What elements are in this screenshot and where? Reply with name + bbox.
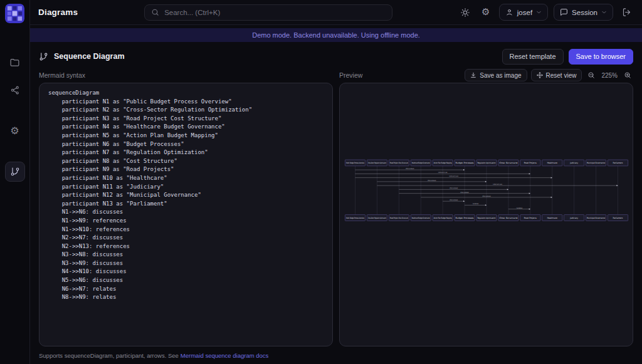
app-title: Diagrams — [38, 8, 78, 17]
page-content: Sequence Diagram Reset template Save to … — [30, 42, 642, 364]
gear-icon: ⚙ — [482, 8, 490, 17]
code-editor[interactable]: sequenceDiagram participant N1 as "Publi… — [39, 83, 333, 346]
svg-text:Healthcare Budget Governance: Healthcare Budget Governance — [411, 216, 429, 219]
user-menu-button[interactable]: josef — [499, 4, 548, 21]
user-icon — [505, 8, 513, 16]
search-input[interactable]: Search... (Ctrl+K) — [144, 4, 392, 21]
page-actions: Reset template Save to browser — [502, 49, 633, 65]
sidebar-item-share[interactable] — [5, 80, 25, 100]
page-title: Sequence Diagram — [39, 52, 125, 61]
main-area: Diagrams Search... (Ctrl+K) ⚙ — [30, 0, 642, 364]
svg-text:Cost Structure: Cost Structure — [499, 216, 517, 219]
demo-banner: Demo mode. Backend unavailable. Using of… — [30, 28, 642, 42]
sidebar-item-sequence-diagrams[interactable] — [5, 162, 25, 182]
page-title-text: Sequence Diagram — [54, 52, 125, 61]
session-menu-button[interactable]: Session — [554, 4, 613, 21]
app-logo[interactable] — [5, 4, 24, 23]
preview-pane-header: Preview Save as image — [339, 68, 633, 83]
zoom-in-button[interactable] — [622, 70, 633, 81]
svg-text:Action Plan Budget Mapping: Action Plan Budget Mapping — [433, 162, 451, 164]
zoom-level: 225% — [601, 72, 618, 79]
save-to-browser-button[interactable]: Save to browser — [569, 49, 633, 65]
folder-icon — [9, 57, 20, 68]
share-nodes-icon — [10, 85, 20, 95]
svg-text:discusses: discusses — [406, 167, 414, 170]
svg-text:discusses: discusses — [427, 179, 436, 182]
zoom-out-button[interactable] — [586, 70, 597, 81]
svg-text:Budget Processes: Budget Processes — [455, 162, 473, 164]
save-as-image-label: Save as image — [480, 72, 521, 79]
page-header: Sequence Diagram Reset template Save to … — [39, 48, 633, 65]
svg-text:relates: relates — [472, 202, 478, 205]
topbar-actions: ⚙ josef Session — [458, 4, 634, 21]
svg-text:Healthcare Budget Governance: Healthcare Budget Governance — [411, 162, 429, 164]
user-name: josef — [517, 9, 532, 16]
logout-button[interactable] — [619, 5, 634, 20]
reset-view-button[interactable]: Reset view — [531, 69, 582, 81]
editor-preview-split: Mermaid syntax sequenceDiagram participa… — [39, 68, 633, 346]
svg-text:Road Project Cost Structure: Road Project Cost Structure — [389, 162, 408, 164]
svg-text:discusses: discusses — [460, 190, 469, 193]
svg-text:references: references — [449, 175, 458, 177]
zoom-in-icon — [624, 71, 631, 79]
reset-template-button[interactable]: Reset template — [502, 49, 564, 65]
save-as-image-button[interactable]: Save as image — [465, 69, 527, 81]
svg-text:Public Budget Process Overview: Public Budget Process Overview — [345, 162, 364, 164]
git-branch-icon — [10, 167, 20, 177]
svg-text:Budget Processes: Budget Processes — [455, 216, 473, 219]
mermaid-code[interactable]: sequenceDiagram participant N1 as "Publi… — [39, 83, 332, 308]
session-label: Session — [572, 9, 597, 16]
editor-pane-label: Mermaid syntax — [39, 68, 333, 83]
svg-text:Parliament: Parliament — [613, 162, 623, 164]
search-icon — [151, 8, 159, 16]
zoom-out-icon — [587, 71, 595, 79]
editor-pane: Mermaid syntax sequenceDiagram participa… — [39, 68, 333, 346]
logo-icon — [5, 4, 24, 23]
sequence-diagram-render: Public Budget Process OverviewPublic Bud… — [344, 159, 629, 222]
svg-text:Regulation Optimization: Regulation Optimization — [477, 162, 495, 164]
svg-text:Healthcare: Healthcare — [547, 216, 557, 219]
sidebar-nav: ⚙ — [5, 52, 25, 182]
preview-controls: Save as image Reset view — [465, 69, 633, 81]
svg-text:references: references — [493, 183, 502, 185]
svg-text:Cost Structure: Cost Structure — [499, 162, 517, 164]
svg-text:discusses: discusses — [449, 199, 458, 201]
sun-icon — [460, 8, 470, 18]
chevron-down-icon — [601, 9, 607, 15]
svg-text:Parliament: Parliament — [613, 216, 623, 219]
svg-text:Road Projects: Road Projects — [524, 216, 536, 219]
footer-hint-text: Supports sequenceDiagram, participant, a… — [39, 352, 179, 359]
svg-text:Road Projects: Road Projects — [524, 162, 536, 164]
gear-icon: ⚙ — [10, 126, 19, 136]
svg-text:Cross-Sector Regulation Optimi: Cross-Sector Regulation Optimization — [367, 216, 386, 219]
mermaid-docs-link[interactable]: Mermaid sequence diagram docs — [181, 352, 268, 359]
svg-text:Cross-Sector Regulation Optimi: Cross-Sector Regulation Optimization — [367, 162, 386, 164]
chat-bubble-icon — [560, 8, 568, 16]
reset-view-label: Reset view — [546, 72, 577, 79]
move-icon — [537, 72, 543, 78]
svg-text:Healthcare: Healthcare — [547, 162, 557, 164]
sidebar-item-files[interactable] — [5, 52, 25, 72]
app-root: ⚙ Diagrams Search... (Ctrl+K) — [0, 0, 642, 364]
svg-text:references: references — [438, 171, 447, 174]
sidebar-item-settings[interactable]: ⚙ — [5, 121, 25, 141]
footer-hint: Supports sequenceDiagram, participant, a… — [39, 351, 633, 360]
sequence-diagram-icon — [39, 52, 48, 61]
preview-pane-label: Preview — [339, 71, 362, 79]
svg-text:Judiciary: Judiciary — [569, 162, 578, 164]
svg-text:Municipal Governance: Municipal Governance — [587, 216, 605, 219]
demo-banner-text: Demo mode. Backend unavailable. Using of… — [252, 31, 420, 39]
theme-toggle-button[interactable] — [458, 5, 473, 20]
svg-text:discusses: discusses — [449, 187, 458, 189]
diagram-preview-canvas[interactable]: Public Budget Process OverviewPublic Bud… — [339, 83, 633, 346]
svg-text:relates: relates — [516, 206, 522, 209]
svg-text:Road Project Cost Structure: Road Project Cost Structure — [389, 216, 408, 219]
chevron-down-icon — [536, 9, 542, 15]
svg-text:Municipal Governance: Municipal Governance — [587, 162, 605, 164]
settings-button[interactable]: ⚙ — [478, 5, 493, 20]
svg-text:Regulation Optimization: Regulation Optimization — [477, 216, 495, 219]
download-icon — [470, 72, 476, 78]
search-placeholder: Search... (Ctrl+K) — [164, 9, 220, 16]
svg-text:Public Budget Process Overview: Public Budget Process Overview — [345, 216, 364, 219]
svg-text:Action Plan Budget Mapping: Action Plan Budget Mapping — [433, 216, 451, 219]
